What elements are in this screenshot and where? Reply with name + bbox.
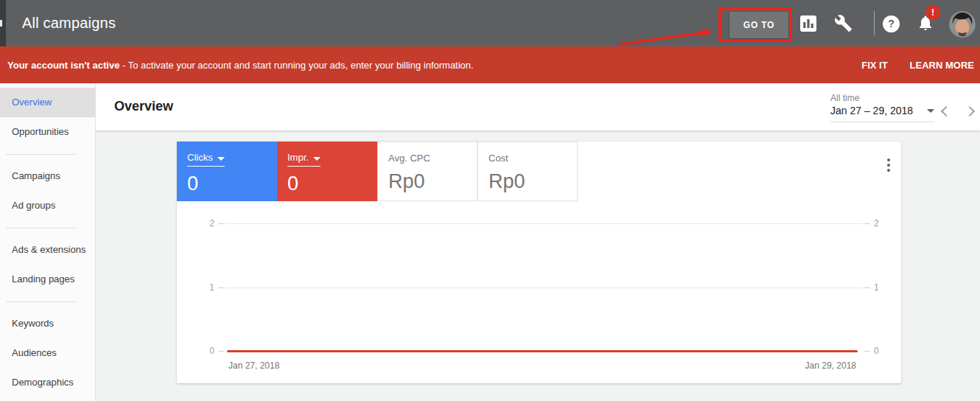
scorecard-clicks[interactable]: Clicks 0 [177,142,277,201]
y-axis-label: 1 [200,282,214,293]
sidebar-divider [0,220,95,235]
scorecard-impressions[interactable]: Impr. 0 [277,142,377,201]
scorecard-cost[interactable]: Cost Rp0 [477,142,578,201]
page-title: Overview [114,99,173,114]
x-axis-label-end: Jan 29, 2018 [805,360,856,371]
gridline [225,287,864,288]
tools-wrench-icon[interactable] [834,14,853,32]
y-axis-label: 0 [874,346,889,356]
sidebar-item-ads-extensions[interactable]: Ads & extensions [0,235,95,265]
sidebar-item-opportunities[interactable]: Opportunities [0,117,95,147]
annotation-arrow-icon [617,27,716,47]
banner-title: Your account isn't active [7,60,119,71]
date-range-value: Jan 27 – 29, 2018 [830,105,913,116]
learn-more-link[interactable]: LEARN MORE [910,60,974,71]
scorecard-avg-cpc[interactable]: Avg. CPC Rp0 [377,142,477,201]
card-overflow-menu-icon[interactable] [881,155,897,175]
y-axis-tick [864,223,870,224]
fix-it-link[interactable]: FIX IT [861,60,887,71]
sidebar-item-audiences[interactable]: Audiences [0,338,95,368]
sidebar-item-ad-groups[interactable]: Ad groups [0,191,95,220]
sidebar-divider [0,147,95,161]
y-axis-tick [218,223,224,224]
impressions-series-line [227,350,858,352]
banner-message: Your account isn't active - To activate … [0,60,861,71]
dropdown-caret-icon[interactable] [217,157,225,161]
date-range-period-label: All time [830,93,934,103]
y-axis-label: 2 [200,218,214,229]
sidebar-item-overview[interactable]: Overview [0,88,95,117]
help-icon[interactable]: ? [883,15,900,32]
y-axis-tick [218,287,224,288]
sidebar-item-landing-pages[interactable]: Landing pages [0,265,95,294]
y-axis-tick [864,351,870,352]
toolbar-divider [874,11,875,35]
date-range-selector[interactable]: All time Jan 27 – 29, 2018 [830,93,934,122]
scorecard-cost-label: Cost [489,153,508,164]
nav-edge-strip [0,0,6,46]
top-bar: All campaigns GO TO ? ! [0,0,980,46]
sidebar-item-demographics[interactable]: Demographics [0,368,95,397]
scorecard-cost-value: Rp0 [489,170,577,193]
menu-icon[interactable] [0,20,2,27]
y-axis-tick [218,351,224,352]
left-nav-sidebar: Overview Opportunities Campaigns Ad grou… [0,83,96,401]
content-area: Clicks 0 Impr. 0 Avg. CPC Rp0 Cost Rp0 [96,130,980,401]
performance-line-chart: 2 1 0 2 1 0 Jan 27, 2018 Jan 29, 2018 [225,223,864,352]
x-axis-label-start: Jan 27, 2018 [228,360,279,371]
reports-icon[interactable] [800,15,816,32]
banner-actions: FIX IT LEARN MORE [861,60,980,71]
scorecard-clicks-label[interactable]: Clicks [187,152,213,167]
scorecard-impressions-label[interactable]: Impr. [287,152,309,167]
y-axis-tick [864,287,870,288]
sidebar-divider [0,294,95,309]
google-ads-app: All campaigns GO TO ? ! [0,0,980,401]
gridline [225,223,864,224]
dropdown-caret-icon[interactable] [313,157,321,161]
account-status-banner: Your account isn't active - To activate … [0,46,980,83]
scorecard-avg-cpc-value: Rp0 [388,170,477,193]
caret-down-icon[interactable] [927,109,934,113]
sidebar-item-campaigns[interactable]: Campaigns [0,161,95,191]
sidebar-item-keywords[interactable]: Keywords [0,309,95,338]
overview-summary-card: Clicks 0 Impr. 0 Avg. CPC Rp0 Cost Rp0 [177,142,901,383]
account-avatar[interactable] [949,11,976,38]
go-to-button[interactable]: GO TO [729,12,788,38]
notification-alert-badge: ! [925,5,940,20]
scorecard-impressions-value: 0 [287,172,377,195]
y-axis-label: 2 [874,218,889,229]
scorecard-clicks-value: 0 [187,172,277,195]
banner-detail: - To activate your account and start run… [119,60,473,71]
scorecard-avg-cpc-label: Avg. CPC [388,153,430,164]
page-scope-title: All campaigns [22,0,116,46]
next-period-chevron-icon[interactable] [965,106,975,116]
y-axis-label: 1 [874,282,889,293]
y-axis-label: 0 [200,346,214,356]
previous-period-chevron-icon[interactable] [941,106,951,116]
page-header: Overview All time Jan 27 – 29, 2018 [96,83,980,130]
